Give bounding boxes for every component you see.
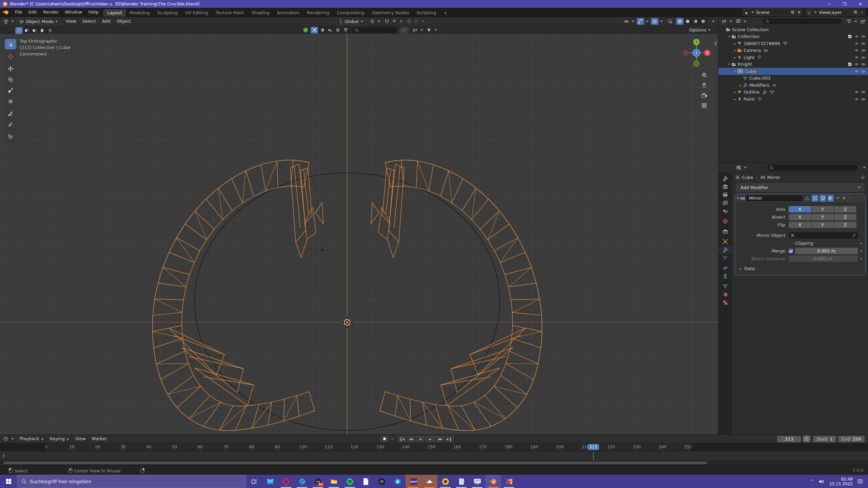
checkbox[interactable] xyxy=(848,62,852,66)
menu-help[interactable]: Help xyxy=(85,8,102,17)
workspace-tab-sculpting[interactable]: Sculpting xyxy=(153,9,181,17)
outliner-search-input[interactable] xyxy=(763,18,842,24)
outliner-display-mode-button[interactable] xyxy=(721,18,728,25)
move-tool[interactable] xyxy=(5,63,16,74)
mirror-object-field[interactable] xyxy=(789,232,858,239)
use-preview-range-toggle[interactable] xyxy=(803,435,810,442)
modifier-realtime-toggle[interactable] xyxy=(820,195,826,202)
annotate-tool[interactable] xyxy=(5,108,16,119)
properties-tab-constraints[interactable] xyxy=(718,272,732,280)
disable-render-toggle[interactable] xyxy=(861,62,866,66)
rotate-tool[interactable] xyxy=(5,74,16,85)
navigation-gizmo[interactable]: Y X Z xyxy=(681,37,712,68)
taskbar-app-hexagon-app[interactable] xyxy=(390,475,406,488)
properties-tab-view-layer[interactable] xyxy=(718,199,732,207)
breadcrumb-object[interactable]: Cube xyxy=(742,175,753,180)
taskbar-app-winrar[interactable] xyxy=(501,475,517,488)
jump-to-end-button[interactable]: ▸❙ xyxy=(445,436,454,442)
workspace-tab-layout[interactable]: Layout xyxy=(103,9,126,17)
properties-editor-type-button[interactable] xyxy=(735,164,742,171)
disable-render-toggle[interactable] xyxy=(861,90,866,94)
pin-icon[interactable] xyxy=(861,175,865,180)
data-section-header[interactable]: ▸ Data xyxy=(735,265,865,272)
select-mode-invert[interactable] xyxy=(39,27,46,34)
expander-icon[interactable]: ▾ xyxy=(733,69,737,73)
xray-toggle[interactable] xyxy=(666,18,674,25)
hide-viewport-toggle[interactable] xyxy=(854,48,859,53)
modifier-name-field[interactable]: Mirror xyxy=(746,195,803,201)
taskbar-app-opera[interactable] xyxy=(278,475,294,488)
timeline-menu-playback[interactable]: Playback xyxy=(17,434,47,443)
gizmos-toggle[interactable] xyxy=(637,18,644,25)
play-button[interactable]: ▸ xyxy=(425,436,435,442)
taskbar-app-game-circle[interactable] xyxy=(374,475,390,488)
properties-tab-render[interactable] xyxy=(718,183,732,191)
axis-z-button[interactable]: Z xyxy=(834,206,856,212)
shading-material-button[interactable] xyxy=(692,18,699,25)
hide-viewport-toggle[interactable] xyxy=(854,34,859,39)
expander-icon[interactable]: ▾ xyxy=(727,35,731,38)
menu-window[interactable]: Window xyxy=(62,8,85,17)
bisect-z-button[interactable]: Z xyxy=(834,214,856,220)
merge-value-field[interactable]: 0.001 m xyxy=(795,248,858,254)
workspace-tab-rendering[interactable]: Rendering xyxy=(303,9,333,17)
taskbar-clock[interactable]: 02:49 25.11.2022 xyxy=(829,477,853,486)
filter-shading-toggle[interactable] xyxy=(318,27,326,34)
mesh-right-half[interactable] xyxy=(371,160,542,430)
modifier-oncage-toggle[interactable] xyxy=(812,195,818,202)
proportional-edit-toggle[interactable] xyxy=(405,18,413,25)
workspace-tab-texture-paint[interactable]: Texture Paint xyxy=(212,9,248,17)
properties-tab-tool[interactable] xyxy=(718,175,732,183)
add-cube-tool[interactable] xyxy=(5,131,16,142)
select-mode-subtract[interactable] xyxy=(31,27,38,34)
scene-selector[interactable]: ▲ Scene ⧉ ✕ xyxy=(743,8,803,16)
taskbar-app-nzxt-cam[interactable]: NZXT xyxy=(406,475,421,488)
add-modifier-button[interactable]: Add Modifier xyxy=(736,183,864,191)
outliner-row-cube[interactable]: ▾Cube xyxy=(718,68,868,75)
viewport-menu-add[interactable]: Add xyxy=(99,17,114,26)
outliner-row-scene-collection[interactable]: Scene Collection xyxy=(718,26,868,33)
new-scene-icon[interactable]: ⧉ xyxy=(789,9,796,15)
viewport-menu-view[interactable]: View xyxy=(63,17,79,26)
workspace-tab-modeling[interactable]: Modeling xyxy=(126,9,153,17)
disable-render-toggle[interactable] xyxy=(861,41,866,46)
properties-tab-scene[interactable] xyxy=(718,207,732,215)
overlays-toggle[interactable] xyxy=(651,18,658,25)
taskbar-app-mail[interactable] xyxy=(262,475,278,488)
timeline-channels[interactable]: ❯ xyxy=(0,451,868,461)
proportional-falloff-button[interactable] xyxy=(413,18,420,25)
new-viewlayer-icon[interactable]: ⧉ xyxy=(852,9,859,15)
gizmo-axis-neg-y[interactable] xyxy=(694,61,699,67)
close-button[interactable]: ✕ xyxy=(852,0,868,8)
disable-render-toggle[interactable] xyxy=(861,48,866,53)
blender-menu-icon[interactable] xyxy=(3,11,8,14)
modifier-render-toggle[interactable] xyxy=(827,195,834,202)
properties-tab-particles[interactable] xyxy=(718,254,732,262)
disable-render-toggle[interactable] xyxy=(861,69,866,74)
bisect-y-button[interactable]: Y xyxy=(811,214,834,220)
expander-icon[interactable]: ▸ xyxy=(733,42,737,45)
expander-icon[interactable]: ▸ xyxy=(738,83,743,87)
shading-rendered-button[interactable] xyxy=(699,18,707,25)
clipping-checkbox[interactable] xyxy=(789,241,793,245)
scrollbar-thumb[interactable] xyxy=(3,462,707,464)
properties-tab-physics[interactable] xyxy=(718,264,732,272)
transform-orientation[interactable]: Global xyxy=(336,18,366,25)
breadcrumb-modifier[interactable]: Mirror xyxy=(767,175,780,180)
filter-paint-toggle[interactable] xyxy=(342,27,349,34)
workspace-tab-animation[interactable]: Animation xyxy=(273,9,303,17)
disable-render-toggle[interactable] xyxy=(861,34,866,39)
remove-viewlayer-icon[interactable]: ✕ xyxy=(859,9,865,15)
end-frame-field[interactable]: End250 xyxy=(838,436,865,442)
filter-fluid-toggle[interactable] xyxy=(326,27,334,34)
shading-wireframe-button[interactable] xyxy=(676,18,684,25)
viewlayer-selector[interactable]: ❏ ViewLayer ⧉ ✕ xyxy=(805,8,865,16)
minimize-button[interactable]: ─ xyxy=(821,0,837,8)
tool-search-input[interactable] xyxy=(352,27,397,33)
start-frame-field[interactable]: Start1 xyxy=(813,436,836,442)
camera-view-button[interactable] xyxy=(698,91,710,100)
next-keyframe-button[interactable]: ▸▸ xyxy=(436,436,445,442)
shading-solid-button[interactable] xyxy=(684,18,691,25)
timeline-menu-keying[interactable]: Keying xyxy=(47,434,72,443)
expander-icon[interactable]: ▾ xyxy=(727,62,731,66)
